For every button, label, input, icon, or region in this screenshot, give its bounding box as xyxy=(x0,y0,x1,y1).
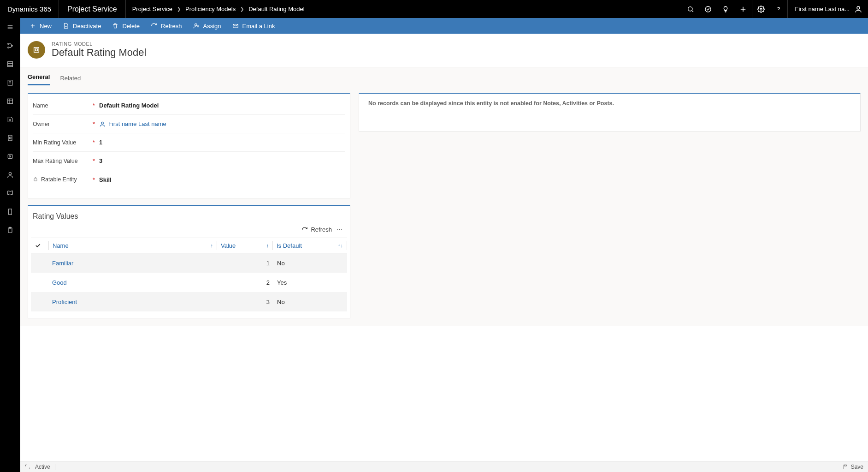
rating-values-title: Rating Values xyxy=(28,206,350,223)
sort-icon: ↑↓ xyxy=(338,243,343,248)
entity-type-label: RATING MODEL xyxy=(52,41,146,47)
rating-values-panel: Rating Values Refresh ⋯ xyxy=(28,205,350,318)
refresh-icon xyxy=(151,23,157,29)
max-rating-field[interactable]: 3 xyxy=(99,157,102,164)
select-all-column[interactable] xyxy=(31,238,48,253)
required-indicator: * xyxy=(93,120,99,127)
svg-line-1 xyxy=(692,11,693,12)
page-title: Default Rating Model xyxy=(52,47,146,59)
save-label: Save xyxy=(851,464,863,470)
svg-rect-37 xyxy=(34,48,39,53)
svg-point-35 xyxy=(195,24,197,26)
rating-value-name-link[interactable]: Proficient xyxy=(31,299,218,305)
svg-rect-41 xyxy=(844,465,846,466)
topbar-right: First name Last na... xyxy=(682,0,868,18)
rating-values-grid: Name ↑ Value ↑ Is Default xyxy=(31,238,347,311)
table-row[interactable]: Proficient3No xyxy=(31,292,347,311)
rating-value-name-link[interactable]: Good xyxy=(31,279,218,286)
trash-icon xyxy=(112,23,118,29)
sort-asc-icon: ↑ xyxy=(211,243,213,248)
lightbulb-icon[interactable] xyxy=(717,0,734,18)
hamburger-icon[interactable] xyxy=(0,18,20,36)
svg-point-0 xyxy=(688,6,692,11)
save-button[interactable]: Save xyxy=(843,464,863,470)
form-panel: Name * Default Rating Model Owner * Firs… xyxy=(28,93,350,198)
svg-point-27 xyxy=(9,173,11,175)
owner-field[interactable]: First name Last name xyxy=(99,120,166,127)
tab-related[interactable]: Related xyxy=(60,75,81,85)
breadcrumb-item[interactable]: Project Service xyxy=(132,6,172,12)
nav-item-2[interactable] xyxy=(0,55,20,73)
brand[interactable]: Dynamics 365 xyxy=(0,0,59,18)
nav-item-11[interactable] xyxy=(0,221,20,239)
person-icon xyxy=(99,121,106,127)
left-nav xyxy=(0,18,20,472)
deactivate-icon xyxy=(63,23,69,29)
rating-value-name-link[interactable]: Familiar xyxy=(31,260,218,267)
nav-item-8[interactable] xyxy=(0,166,20,184)
notes-panel: No records can be displayed since this e… xyxy=(359,93,861,131)
task-icon[interactable] xyxy=(699,0,717,18)
nav-item-1[interactable] xyxy=(0,36,20,55)
global-top-bar: Dynamics 365 Project Service Project Ser… xyxy=(0,0,868,18)
cmd-label: Assign xyxy=(203,23,221,30)
assign-button[interactable]: Assign xyxy=(188,18,227,34)
column-header-isdefault[interactable]: Is Default ↑↓ xyxy=(273,238,347,253)
email-icon xyxy=(232,23,239,29)
min-rating-field[interactable]: 1 xyxy=(99,139,102,146)
field-label-min: Min Rating Value xyxy=(33,139,93,146)
field-label-max: Max Rating Value xyxy=(33,158,93,164)
deactivate-button[interactable]: Deactivate xyxy=(57,18,106,34)
email-link-button[interactable]: Email a Link xyxy=(227,18,281,34)
grid-refresh-button[interactable]: Refresh xyxy=(301,226,332,233)
tab-general[interactable]: General xyxy=(28,73,50,85)
rating-value-value: 1 xyxy=(218,260,273,267)
column-header-name[interactable]: Name ↑ xyxy=(49,238,217,253)
gear-icon[interactable] xyxy=(752,0,770,18)
nav-item-3[interactable] xyxy=(0,73,20,92)
svg-rect-20 xyxy=(8,99,13,103)
main-column: New Deactivate Delete Refresh Assign Ema… xyxy=(20,18,868,472)
table-row[interactable]: Good2Yes xyxy=(31,273,347,292)
svg-point-5 xyxy=(760,8,762,10)
nav-item-6[interactable] xyxy=(0,129,20,147)
delete-button[interactable]: Delete xyxy=(106,18,145,34)
user-name: First name Last na... xyxy=(795,6,850,12)
nav-item-9[interactable] xyxy=(0,184,20,203)
add-icon[interactable] xyxy=(734,0,752,18)
check-icon xyxy=(35,242,41,249)
cmd-label: Deactivate xyxy=(73,23,101,30)
nav-item-10[interactable] xyxy=(0,203,20,221)
breadcrumb-item[interactable]: Default Rating Model xyxy=(248,6,304,12)
plus-icon xyxy=(30,23,36,29)
app-name[interactable]: Project Service xyxy=(59,0,126,18)
svg-rect-38 xyxy=(35,49,38,51)
nav-item-7[interactable] xyxy=(0,147,20,166)
svg-point-25 xyxy=(9,137,11,139)
field-label-name: Name xyxy=(33,102,93,109)
lock-icon xyxy=(33,176,38,183)
search-icon[interactable] xyxy=(682,0,699,18)
required-indicator: * xyxy=(93,102,99,109)
form-tabs: General Related xyxy=(20,67,868,85)
svg-point-7 xyxy=(857,6,860,9)
breadcrumb: Project Service ❯ Proficiency Models ❯ D… xyxy=(126,0,682,18)
expand-icon[interactable] xyxy=(25,464,30,470)
chevron-right-icon: ❯ xyxy=(177,6,181,12)
table-row[interactable]: Familiar1No xyxy=(31,253,347,273)
name-field[interactable]: Default Rating Model xyxy=(99,102,159,109)
svg-point-12 xyxy=(8,47,9,48)
rating-value-isdefault: No xyxy=(273,260,347,267)
refresh-button[interactable]: Refresh xyxy=(145,18,188,34)
user-menu[interactable]: First name Last na... xyxy=(788,0,868,18)
more-actions-icon[interactable]: ⋯ xyxy=(337,226,343,233)
new-button[interactable]: New xyxy=(24,18,57,34)
cmd-label: Email a Link xyxy=(242,23,275,30)
form-content: Name * Default Rating Model Owner * Firs… xyxy=(20,85,868,326)
help-icon[interactable] xyxy=(770,0,787,18)
nav-item-5[interactable] xyxy=(0,110,20,129)
column-header-value[interactable]: Value ↑ xyxy=(217,238,272,253)
svg-rect-14 xyxy=(8,62,13,67)
nav-item-4[interactable] xyxy=(0,92,20,110)
breadcrumb-item[interactable]: Proficiency Models xyxy=(185,6,236,12)
